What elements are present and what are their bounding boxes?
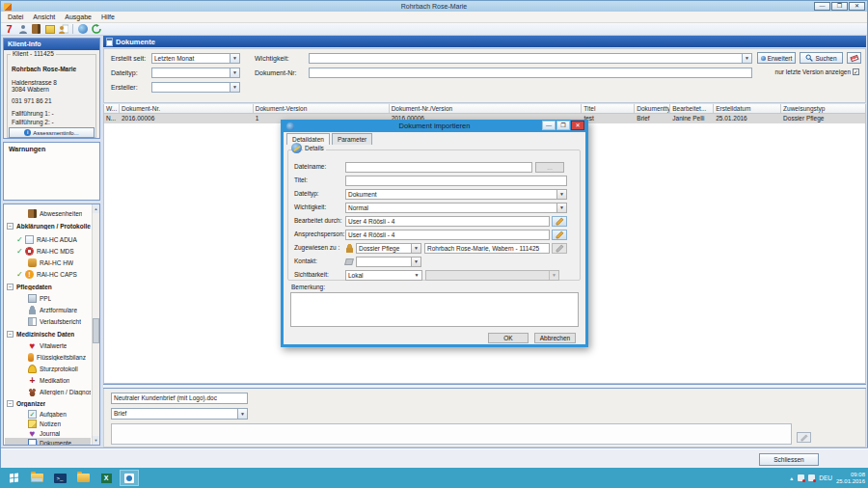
column-header[interactable]: Dokument-Version	[254, 104, 390, 113]
chevron-down-icon[interactable]: ▼	[237, 409, 247, 419]
person-card-icon[interactable]	[58, 24, 68, 35]
chevron-down-icon[interactable]: ▼	[556, 203, 566, 212]
tree-item-abwesenheiten[interactable]: Abwesenheiten	[5, 208, 91, 219]
ok-button[interactable]: OK	[488, 333, 529, 343]
scroll-down-icon[interactable]: ▼	[93, 436, 99, 445]
file-explorer-button[interactable]	[27, 470, 46, 486]
edit-zugewiesen-button[interactable]	[552, 243, 567, 254]
preview-dokumenttyp-select[interactable]: Brief▼	[111, 408, 248, 420]
titlebar[interactable]: Rohrbach Rose-Marie — ❐ ✕	[1, 1, 867, 12]
zugewiesen-zu-input[interactable]: Rohrbach Rose-Marie, Wabern - 111425	[424, 243, 550, 254]
globe-icon[interactable]	[77, 24, 88, 35]
tree-item-dokumente[interactable]: Dokumente	[5, 438, 91, 446]
collapse-icon[interactable]: −	[7, 223, 14, 230]
tree-group-medizinische-daten[interactable]: −Medizinische Daten	[5, 329, 91, 339]
edit-ansprechsperson-button[interactable]	[552, 230, 567, 240]
tab-parameter[interactable]: Parameter	[332, 133, 372, 145]
menu-ansicht[interactable]: Ansicht	[28, 12, 60, 22]
tree-item-vitalwerte[interactable]: Vitalwerte	[5, 340, 91, 351]
chevron-down-icon[interactable]: ▼	[230, 68, 239, 77]
tree-item-fluessigkeitsbilanz[interactable]: Flüssigkeitsbilanz	[5, 352, 91, 363]
chevron-down-icon[interactable]: ▼	[412, 271, 421, 280]
exit-door-icon[interactable]	[31, 24, 41, 35]
collapse-icon[interactable]: −	[7, 331, 14, 338]
folder-button[interactable]	[73, 470, 93, 486]
dateiname-input[interactable]	[345, 162, 532, 173]
menu-ausgabe[interactable]: Ausgabe	[60, 12, 96, 22]
dokument-nr-input[interactable]	[309, 68, 752, 78]
dialog-titlebar[interactable]: Dokument importieren — ❐ ✕	[284, 120, 585, 132]
browse-button[interactable]: ...	[535, 162, 564, 173]
chevron-down-icon[interactable]: ▼	[411, 244, 420, 253]
notification-icon[interactable]	[798, 474, 804, 481]
dialog-minimize-button[interactable]: —	[542, 121, 556, 130]
menu-datei[interactable]: Datei	[3, 12, 28, 22]
preview-bemerkung-box[interactable]	[111, 423, 792, 445]
menu-hilfe[interactable]: Hilfe	[96, 12, 120, 22]
version-checkbox[interactable]: ✓	[853, 68, 859, 75]
spreadsheet-button[interactable]: X	[96, 470, 116, 486]
tree-item-rai-hc-adua[interactable]: RAI-HC ADUA	[5, 234, 91, 245]
abbrechen-button[interactable]: Abbrechen	[534, 333, 576, 343]
column-header[interactable]: Bearbeitet...	[670, 104, 714, 113]
chevron-down-icon[interactable]: ▼	[411, 258, 420, 266]
minimize-button[interactable]: —	[814, 2, 830, 11]
collapse-icon[interactable]: −	[7, 284, 14, 290]
preview-filename-input[interactable]: Neutraler Kundenbrief (mit Logo).doc	[111, 393, 248, 404]
tree-item-sturzprotokoll[interactable]: Sturzprotokoll	[5, 364, 91, 374]
column-header[interactable]: Zuweisungstyp	[781, 104, 865, 113]
ansprechsperson-input[interactable]: User 4 Röösli - 4	[345, 230, 550, 240]
tree-item-verlaufsbericht[interactable]: Verlaufsbericht	[5, 316, 91, 327]
tree-item-rai-hc-hw[interactable]: RAI-HC HW	[5, 258, 91, 268]
bemerkung-textarea[interactable]	[290, 292, 579, 327]
column-header[interactable]: Dokumenttyp	[635, 104, 670, 113]
tree-group-pflegedaten[interactable]: −Pflegedaten	[5, 282, 91, 292]
erweitert-button[interactable]: Erweitert	[757, 52, 796, 64]
kontakt-select[interactable]: ▼	[356, 257, 421, 267]
scroll-up-icon[interactable]: ▲	[93, 204, 99, 213]
powershell-button[interactable]: >_	[50, 470, 69, 486]
active-app-button[interactable]	[120, 470, 139, 486]
wichtigkeit-select[interactable]: Normal▼	[345, 203, 567, 213]
tree-item-arztformulare[interactable]: Arztformulare	[5, 305, 91, 315]
chevron-down-icon[interactable]: ▼	[230, 83, 239, 92]
wichtigkeit-select[interactable]: ▼	[309, 53, 752, 64]
notification-icon[interactable]	[808, 474, 815, 481]
language-indicator[interactable]: DEU	[819, 474, 832, 481]
edit-bearbeitet-button[interactable]	[552, 216, 567, 227]
chevron-down-icon[interactable]: ▼	[556, 190, 566, 199]
tree-item-allergien-diagnosen[interactable]: Allergien / Diagnosen...	[5, 387, 91, 397]
chevron-down-icon[interactable]: ▼	[230, 54, 239, 63]
maximize-button[interactable]: ❐	[831, 2, 848, 11]
tree-item-medikation[interactable]: Medikation	[5, 375, 91, 386]
clear-filter-button[interactable]	[847, 52, 861, 64]
tree-item-ppl[interactable]: PPL	[5, 293, 91, 304]
column-header[interactable]: Dokument-Nr./Version	[390, 104, 583, 113]
person-icon[interactable]	[17, 24, 28, 35]
edit-note-button[interactable]	[797, 432, 811, 443]
tree-group-organizer[interactable]: −Organizer	[5, 398, 91, 409]
tree-group-abklaerungen-protokolle[interactable]: −Abklärungen / Protokolle	[5, 221, 91, 231]
rai-seven-icon[interactable]: 7	[4, 24, 14, 35]
scrollbar-thumb[interactable]	[93, 318, 99, 343]
zugewiesen-typ-select[interactable]: Dossier Pflege▼	[356, 243, 421, 254]
column-header[interactable]: W...	[104, 104, 120, 113]
dialog-maximize-button[interactable]: ❐	[556, 121, 570, 130]
ersteller-select[interactable]: ▼	[151, 82, 240, 93]
titel-input[interactable]	[345, 176, 567, 186]
column-header[interactable]: Titel	[582, 104, 635, 113]
tree-scrollbar[interactable]: ▲ ▼	[92, 204, 99, 445]
collapse-icon[interactable]: −	[7, 400, 14, 407]
column-header[interactable]: Dokument-Nr.	[120, 104, 254, 113]
refresh-icon[interactable]	[91, 24, 101, 35]
clock[interactable]: 09:08 25.01.2016	[836, 472, 865, 485]
sichtbarkeit-select[interactable]: Lokal▼	[345, 270, 422, 281]
dateityp-select[interactable]: Dokument▼	[345, 189, 567, 200]
erstellt-seit-select[interactable]: Letzten Monat▼	[151, 53, 240, 64]
tray-expand-icon[interactable]: ▲	[789, 475, 794, 481]
tree-item-rai-hc-caps[interactable]: RAI-HC CAPS	[5, 269, 91, 280]
notes-icon[interactable]	[44, 24, 55, 35]
bearbeitet-durch-input[interactable]: User 4 Röösli - 4	[345, 216, 550, 227]
tree-item-rai-hc-mds[interactable]: RAI-HC MDS	[5, 246, 91, 257]
column-header[interactable]: Erstelldatum	[714, 104, 781, 113]
